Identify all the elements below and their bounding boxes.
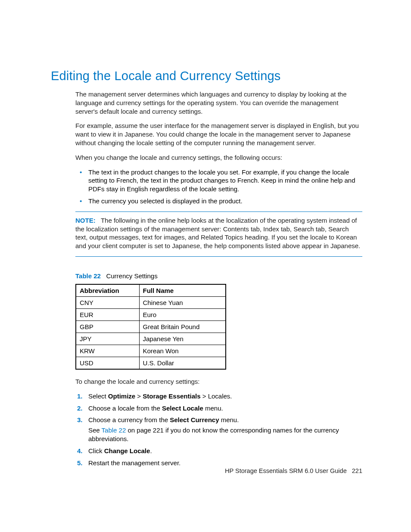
note-block: NOTE: The following in the online help l… [75,216,362,250]
table-cell: Chinese Yuan [139,296,226,308]
table-caption: Table 22 Currency Settings [75,272,362,280]
list-item: 1. Select Optimize > Storage Essentials … [87,392,362,401]
table-22-link[interactable]: Table 22 [102,426,126,434]
footer-page-number: 221 [352,467,362,474]
table-cell: Euro [139,308,226,320]
step-number: 4. [77,447,83,455]
table-label: Table 22 [75,272,101,280]
table-row: CNYChinese Yuan [76,296,226,308]
page-title: Editing the Locale and Currency Settings [51,69,362,83]
step-subtext: See Table 22 on page 221 if you do not k… [88,426,362,443]
table-cell: USD [76,357,139,369]
currency-table: Abbreviation Full Name CNYChinese Yuan E… [75,284,226,370]
paragraph-lead: When you change the locale and currency … [75,153,362,162]
list-item: 2. Choose a locale from the Select Local… [87,404,362,413]
step-text: Choose a locale from the Select Locale m… [88,404,223,412]
table-cell: KRW [76,345,139,357]
step-text: Click Change Locale. [88,447,152,454]
table-row: GBPGreat Britain Pound [76,320,226,333]
bullet-list: The text in the product changes to the l… [75,168,362,205]
page-content: Editing the Locale and Currency Settings… [0,0,411,467]
list-item: 5. Restart the management server. [87,459,362,467]
table-cell: U.S. Dollar [139,357,226,369]
table-header-row: Abbreviation Full Name [76,284,226,297]
table-header-abbr: Abbreviation [76,284,139,297]
table-cell: EUR [76,308,139,320]
paragraph-example: For example, assume the user interface f… [75,121,362,147]
divider [75,256,362,257]
note-label: NOTE: [75,217,96,224]
body: The management server determines which l… [51,90,362,467]
footer-doc-title: HP Storage Essentials SRM 6.0 User Guide [225,467,347,474]
table-cell: CNY [76,296,139,308]
paragraph-intro: The management server determines which l… [75,90,362,115]
step-number: 2. [77,404,83,413]
table-caption-text: Currency Settings [106,272,157,280]
table-row: KRWKorean Won [76,345,226,357]
step-number: 1. [77,392,83,401]
paragraph-steps-lead: To change the locale and currency settin… [75,377,362,386]
table-cell: Japanese Yen [139,333,226,345]
list-item: The text in the product changes to the l… [87,168,362,193]
note-text: The following in the online help looks a… [75,217,360,249]
step-number: 5. [77,459,83,467]
step-number: 3. [77,416,83,424]
table-cell: GBP [76,320,139,333]
table-row: JPYJapanese Yen [76,333,226,345]
table-row: EUREuro [76,308,226,320]
list-item: The currency you selected is displayed i… [87,197,362,205]
table-cell: JPY [76,333,139,345]
page-footer: HP Storage Essentials SRM 6.0 User Guide… [225,467,362,474]
steps-list: 1. Select Optimize > Storage Essentials … [75,392,362,467]
step-text: Choose a currency from the Select Curren… [88,416,239,423]
list-item: 4. Click Change Locale. [87,447,362,455]
table-row: USDU.S. Dollar [76,357,226,369]
table-cell: Korean Won [139,345,226,357]
table-cell: Great Britain Pound [139,320,226,333]
divider [75,212,362,212]
table-header-name: Full Name [139,284,226,297]
step-text: Restart the management server. [88,459,181,467]
step-text: Select Optimize > Storage Essentials > L… [88,392,232,400]
list-item: 3. Choose a currency from the Select Cur… [87,416,362,443]
